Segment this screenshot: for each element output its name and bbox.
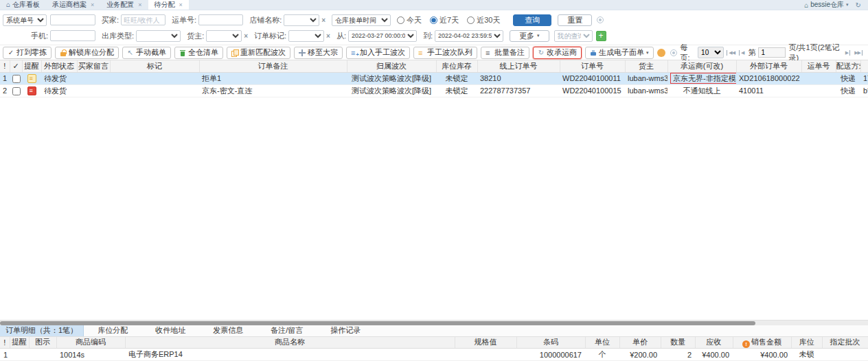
detail-tab[interactable]: 收件地址 — [141, 325, 199, 336]
cell-order-no: WD22040100011 — [560, 72, 625, 84]
cell-wave: 测试波次策略波次[降级] — [347, 84, 436, 97]
search-button[interactable]: 查询 — [513, 14, 551, 26]
row-checkbox[interactable] — [12, 75, 21, 83]
detail-tab[interactable]: 订单明细（共：1笔） — [0, 325, 84, 336]
warning-icon — [742, 340, 750, 348]
cell-seq: 1 — [0, 72, 10, 84]
order-no-input[interactable] — [50, 14, 95, 25]
detail-column-label: 规格值 — [475, 338, 497, 346]
phone-input[interactable] — [50, 30, 95, 41]
detail-row[interactable]: 1 10014s 电子商务ERP14 1000000617 个 ¥200.00 … — [0, 349, 868, 361]
filter-settings-gear-icon[interactable] — [597, 16, 604, 23]
outbound-type-select[interactable] — [136, 30, 181, 42]
reset-button[interactable]: 重置 — [558, 14, 592, 26]
close-icon[interactable]: × — [91, 1, 94, 8]
waybill-input[interactable] — [198, 14, 243, 25]
cell-qty: 2 — [661, 349, 695, 361]
orders-column-header: 标记 — [110, 60, 199, 72]
per-page-select[interactable]: 10 — [698, 47, 724, 58]
close-icon[interactable]: × — [179, 1, 183, 8]
toolbar-button[interactable]: 移至大宗 ▾ — [294, 47, 343, 59]
cell-delivery-type: 快递 — [836, 84, 860, 97]
nav-tab-label: 业务配置 — [106, 0, 134, 10]
shop-select[interactable] — [284, 14, 319, 26]
cell-mark — [110, 72, 199, 84]
detail-tab-label: 操作记录 — [330, 325, 361, 336]
toolbar-button[interactable]: 批量备注 ▾ — [481, 47, 529, 59]
toolbar-button[interactable]: 手动截单 ▾ — [122, 47, 171, 59]
prev-page-icon[interactable]: ◀ — [739, 50, 745, 56]
order-type-select[interactable]: 系统单号 — [3, 14, 47, 26]
orders-column-header: 运单号 — [801, 60, 836, 72]
refresh-icon[interactable]: ↻ — [856, 1, 861, 9]
date-range-radio[interactable]: 今天 — [397, 15, 422, 25]
order-tag-label: 订单标记: — [254, 31, 286, 41]
warehouse-label: bessie仓库 — [810, 0, 844, 10]
detail-tab[interactable]: 库位分配 — [84, 325, 141, 336]
detail-column-header: 应收 — [695, 337, 733, 349]
radio-input[interactable] — [467, 16, 475, 24]
horizontal-scrollbar-thumb[interactable] — [0, 321, 755, 325]
date-range-radio[interactable]: 近7天 — [430, 15, 459, 25]
toolbar-button[interactable]: 改承运商 ▾ — [533, 47, 582, 59]
filter-row-2: 手机: 出库类型: 货主: × 订单标记: × 从: 2022-03-27 00… — [0, 29, 868, 43]
detail-column-label: 图示 — [35, 338, 50, 346]
add-saved-query-button[interactable]: + — [596, 31, 606, 41]
radio-input[interactable] — [430, 16, 437, 24]
toolbar-button[interactable]: 加入手工波次 ▾ — [346, 47, 410, 59]
page-number-input[interactable] — [758, 47, 786, 58]
first-page-icon[interactable]: ◀◀ — [727, 50, 736, 56]
nav-tab-label: 仓库看板 — [12, 0, 40, 10]
nav-tab[interactable]: ⌂ 仓库看板 × — [0, 0, 46, 10]
detail-tab-bar: 订单明细（共：1笔） 库位分配 收件地址 发票信息 备注/留言 操作记录 — [0, 325, 868, 337]
detail-column-label: 提醒 — [12, 338, 27, 346]
clear-order-tag-icon[interactable]: × — [326, 32, 330, 40]
order-row[interactable]: 2 待发货 京东-密文-直连 测试波次策略波次[降级] 未锁定 22278773… — [0, 84, 868, 97]
cell-order-note: 拒单1 — [199, 72, 347, 84]
toolbar-button[interactable]: 全仓清单 ▾ — [174, 47, 223, 59]
toolbar-button[interactable]: 生成电子面单 ▾ — [585, 47, 654, 59]
row-checkbox[interactable] — [12, 87, 21, 95]
toolbar-button[interactable]: 解锁库位分配 ▾ — [55, 47, 119, 59]
orders-column-header: ✓ — [10, 60, 22, 72]
detail-tab[interactable]: 备注/留言 — [257, 325, 317, 336]
date-range-radio[interactable]: 近30天 — [467, 15, 500, 25]
last-page-icon[interactable]: ▶▶ — [853, 50, 863, 56]
date-to-select[interactable]: 2022-04-02 23:59:59 — [435, 30, 503, 42]
orders-column-header: 承运商(可改) — [667, 60, 736, 72]
toolbar-button-label: 重新匹配波次 — [240, 47, 286, 58]
toolbar-button[interactable]: 打到零拣 ▾ — [3, 47, 52, 59]
order-tag-select[interactable] — [288, 30, 324, 42]
cell-image — [29, 349, 56, 361]
toolbar-settings-gear-icon[interactable] — [670, 49, 677, 56]
detail-column-header: 商品编码 — [56, 337, 125, 349]
owner-select[interactable] — [206, 30, 242, 42]
help-icon[interactable] — [657, 49, 665, 57]
nav-tab[interactable]: ⌂ 业务配置 × — [100, 0, 148, 10]
cell-online-order-no: 38210 — [477, 72, 560, 84]
radio-label: 今天 — [407, 15, 422, 25]
warehouse-menu[interactable]: ⌂ bessie仓库 ▾ — [804, 0, 848, 10]
radio-input[interactable] — [397, 16, 404, 24]
cell-external-status: 待发货 — [41, 84, 77, 97]
detail-column-label: 单价 — [632, 338, 648, 346]
toolbar-button[interactable]: 手工波次队列 ▾ — [413, 47, 477, 59]
close-icon[interactable]: × — [138, 1, 141, 8]
saved-query-select[interactable]: 我的查询 — [554, 30, 593, 42]
home-icon: ⌂ — [6, 1, 10, 8]
time-field-select[interactable]: 仓库接单时间 — [332, 14, 391, 26]
date-from-select[interactable]: 2022-03-27 00:00:00 — [348, 30, 417, 42]
nav-tab[interactable]: ⌂ 待分配 × — [148, 0, 189, 10]
clear-owner-icon[interactable]: × — [244, 32, 248, 40]
next-page-icon[interactable]: ▶ — [844, 50, 850, 56]
buyer-input[interactable] — [121, 14, 165, 25]
detail-tab[interactable]: 发票信息 — [199, 325, 257, 336]
nav-tab[interactable]: ⌂ 承运商档案 × — [46, 0, 100, 10]
cell-spec — [455, 349, 516, 361]
clear-shop-icon[interactable]: × — [321, 16, 326, 24]
detail-tab[interactable]: 操作记录 — [317, 325, 374, 336]
toolbar-button-icon — [8, 49, 14, 56]
more-filters-button[interactable]: 更多 ▾ — [510, 30, 549, 42]
toolbar-button[interactable]: 重新匹配波次 ▾ — [227, 47, 290, 59]
order-row[interactable]: 1 待发货 拒单1 测试波次策略波次[降级] 未锁定 38210 WD22040… — [0, 72, 868, 84]
